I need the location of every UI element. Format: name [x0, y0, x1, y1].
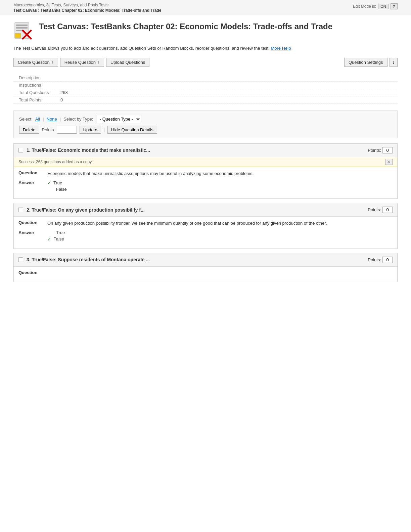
upload-questions-button[interactable]: Upload Questions [106, 58, 149, 67]
answer-text: False [56, 187, 67, 192]
question-title: 2. True/False: On any given production p… [27, 207, 145, 213]
question-body: Question [14, 267, 397, 282]
question-label: Question [18, 270, 42, 275]
question-label: Question [18, 220, 42, 227]
total-questions-row: Total Questions 268 [13, 89, 398, 96]
sort-button[interactable]: ↕ [390, 58, 398, 67]
points-value-input[interactable] [382, 147, 393, 153]
question-settings-button[interactable]: Question Settings [344, 58, 387, 67]
correct-icon: ✓ [47, 236, 51, 242]
points-badge: Points: [368, 147, 393, 153]
answer-label: Answer [18, 230, 42, 242]
question-row: Question On any given production possibi… [18, 220, 393, 227]
total-points-row: Total Points 0 [13, 96, 398, 103]
total-points-value: 0 [60, 96, 398, 103]
description-row: Description [13, 74, 398, 82]
question-card: 2. True/False: On any given production p… [13, 203, 398, 249]
points-value-input[interactable] [382, 257, 393, 263]
update-button[interactable]: Update [80, 126, 101, 134]
success-bar: Success: 268 questions added as a copy. … [14, 157, 397, 167]
answer-list: True ✓ False [47, 230, 65, 242]
help-button[interactable]: ? [391, 3, 398, 9]
answer-item: True [47, 230, 65, 235]
question-header: 1. True/False: Economic models that make… [14, 144, 397, 157]
question-type-dropdown[interactable]: - Question Type - [96, 115, 141, 123]
question-header: 2. True/False: On any given production p… [14, 203, 397, 217]
separator2: | [60, 117, 61, 122]
points-label: Points: [368, 257, 381, 262]
question-title: 1. True/False: Economic models that make… [27, 147, 150, 153]
question-checkbox[interactable] [18, 208, 23, 212]
question-checkbox[interactable] [18, 257, 23, 262]
total-questions-label: Total Questions [13, 89, 60, 96]
question-content: Economic models that make unrealistic as… [47, 170, 254, 177]
answer-text: True [56, 230, 65, 235]
question-label: Question [18, 170, 42, 177]
hide-question-details-button[interactable]: Hide Question Details [107, 126, 157, 134]
description-label: Description [13, 74, 60, 82]
answer-label: Answer [18, 180, 42, 192]
svg-rect-1 [16, 25, 28, 26]
info-table: Description Instructions Total Questions… [13, 74, 398, 104]
answer-text: True [53, 180, 62, 185]
instructions-row: Instructions [13, 81, 398, 89]
total-points-label: Total Points [13, 96, 60, 103]
question-row: Question Economic models that make unrea… [18, 170, 393, 177]
reuse-question-chevron: ⤈ [97, 60, 100, 64]
svg-rect-6 [15, 33, 21, 38]
question-checkbox[interactable] [18, 148, 23, 152]
success-message: Success: 268 questions added as a copy. [18, 160, 93, 164]
question-body: Question Economic models that make unrea… [14, 167, 397, 199]
description-text: The Test Canvas allows you to add and ed… [13, 45, 398, 52]
select-none-link[interactable]: None [47, 117, 57, 122]
description-value [60, 74, 398, 82]
success-close-button[interactable]: ✕ [385, 159, 393, 165]
reuse-question-button[interactable]: Reuse Question ⤈ [60, 58, 104, 67]
instructions-label: Instructions [13, 81, 60, 89]
points-input[interactable] [57, 126, 77, 134]
question-header-left: 1. True/False: Economic models that make… [18, 147, 150, 153]
points-value-input[interactable] [382, 207, 393, 213]
create-question-chevron: ⤈ [51, 60, 54, 64]
edit-mode-label: Edit Mode is: [353, 4, 376, 9]
points-badge: Points: [368, 257, 393, 263]
separator: | [43, 117, 44, 122]
question-card: 1. True/False: Economic models that make… [13, 143, 398, 199]
answer-row: Answer True ✓ False [18, 230, 393, 242]
delete-button[interactable]: Delete [19, 126, 39, 134]
question-card: 3. True/False: Suppose residents of Mont… [13, 253, 398, 282]
question-list: 1. True/False: Economic models that make… [13, 143, 398, 286]
toolbar: Create Question ⤈ Reuse Question ⤈ Uploa… [13, 56, 398, 69]
svg-rect-2 [16, 27, 28, 29]
answer-item: False [47, 187, 67, 192]
total-questions-value: 268 [60, 89, 398, 96]
more-help-link[interactable]: More Help [271, 46, 291, 51]
question-title: 3. True/False: Suppose residents of Mont… [27, 257, 150, 262]
points-badge: Points: [368, 207, 393, 213]
page-title: Test Canvas: TestBanks Chapter 02: Econo… [39, 21, 332, 32]
answer-item: ✓ False [47, 236, 65, 242]
breadcrumb-title: Test Canvas : TestBanks Chapter 02: Econ… [13, 8, 161, 13]
select-by-type-label: Select by Type: [63, 117, 93, 122]
select-all-link[interactable]: All [35, 117, 40, 122]
question-content: On any given production possibility fron… [47, 220, 327, 227]
points-label: Points [42, 127, 54, 132]
canvas-icon [13, 21, 34, 40]
select-label: Select: [19, 117, 33, 122]
question-header-left: 2. True/False: On any given production p… [18, 207, 145, 213]
question-header: 3. True/False: Suppose residents of Mont… [14, 253, 397, 267]
answer-list: ✓ True False [47, 180, 67, 192]
correct-icon: ✓ [47, 180, 51, 185]
answer-text: False [53, 236, 64, 241]
separator3: | [104, 127, 105, 132]
answer-item: ✓ True [47, 180, 67, 185]
points-label: Points: [368, 207, 381, 212]
breadcrumb-nav: Macroeconomics, 3e Tests, Surveys, and P… [13, 3, 161, 7]
question-row: Question [18, 270, 393, 275]
points-label: Points: [368, 148, 381, 153]
question-header-left: 3. True/False: Suppose residents of Mont… [18, 257, 150, 262]
create-question-button[interactable]: Create Question ⤈ [13, 58, 58, 67]
edit-mode-value: ON [378, 4, 389, 9]
answer-row: Answer ✓ True False [18, 180, 393, 192]
instructions-value [60, 81, 398, 89]
